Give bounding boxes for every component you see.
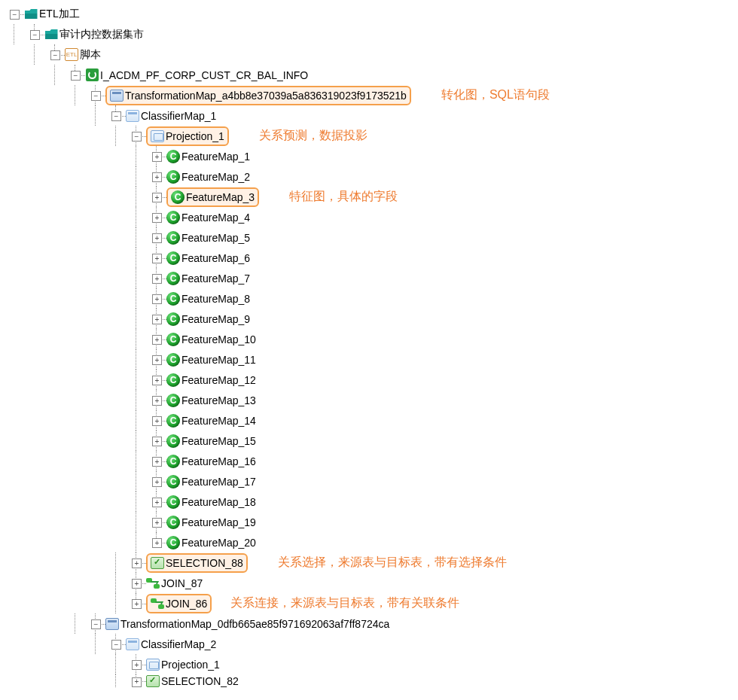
expand-toggle[interactable]: +: [152, 274, 162, 284]
collapse-toggle[interactable]: −: [132, 132, 142, 142]
feature-c-icon: C: [166, 394, 180, 407]
tree-node-root[interactable]: − ETL加工: [4, 4, 738, 24]
annotation: 转化图，SQL语句段: [441, 87, 550, 103]
node-label: FeatureMap_4: [181, 212, 250, 224]
map-icon: [110, 89, 124, 102]
tree-node-feature[interactable]: +CFeatureMap_1: [4, 146, 738, 166]
feature-c-icon: C: [166, 536, 180, 549]
map-icon: [126, 109, 139, 123]
collapse-toggle[interactable]: −: [111, 640, 121, 650]
tree-node-selection88[interactable]: + SELECTION_88 关系选择，来源表与目标表，带有选择条件: [4, 552, 738, 573]
tree-node-tmap1[interactable]: − TransformationMap_a4bb8e37039a5a836319…: [4, 85, 738, 105]
expand-toggle[interactable]: +: [152, 315, 162, 324]
expand-toggle[interactable]: +: [132, 599, 142, 609]
expand-toggle[interactable]: +: [152, 193, 162, 202]
feature-c-icon: C: [171, 190, 184, 204]
folder-icon: [44, 28, 58, 41]
tree-node-feature[interactable]: +CFeatureMap_3特征图，具体的字段: [4, 187, 738, 207]
tree-node-tmap2[interactable]: − TransformationMap_0dfb665ae85f97169206…: [4, 613, 738, 634]
node-label: 审计内控数据集市: [59, 28, 144, 41]
tree-node-feature[interactable]: +CFeatureMap_15: [4, 431, 738, 451]
tree-node-feature[interactable]: +CFeatureMap_12: [4, 370, 738, 390]
tree-node-feature[interactable]: +CFeatureMap_4: [4, 207, 738, 227]
feature-c-icon: C: [166, 211, 180, 224]
expand-toggle[interactable]: +: [152, 355, 162, 365]
tree-node-classifier1[interactable]: − ClassifierMap_1: [4, 105, 738, 126]
tree-node-feature[interactable]: +CFeatureMap_20: [4, 532, 738, 552]
feature-c-icon: C: [166, 414, 180, 428]
annotation: 关系选择，来源表与目标表，带有选择条件: [278, 555, 507, 571]
feature-c-icon: C: [166, 353, 180, 367]
tree-node-feature[interactable]: +CFeatureMap_9: [4, 309, 738, 329]
expand-toggle[interactable]: +: [152, 294, 162, 304]
node-label: FeatureMap_5: [181, 232, 250, 244]
tree-node-feature[interactable]: +CFeatureMap_10: [4, 329, 738, 349]
tree-node-sub1[interactable]: − 审计内控数据集市: [4, 24, 738, 44]
feature-c-icon: C: [166, 455, 180, 468]
tree-node-join87[interactable]: + JOIN_87: [4, 573, 738, 593]
expand-toggle[interactable]: +: [152, 518, 162, 528]
highlight-box: JOIN_86: [146, 594, 212, 613]
tree-node-feature[interactable]: +CFeatureMap_18: [4, 492, 738, 512]
collapse-toggle[interactable]: −: [91, 91, 101, 101]
tree-node-feature[interactable]: +CFeatureMap_5: [4, 227, 738, 248]
tree-node-projection2[interactable]: + Projection_1: [4, 654, 738, 674]
tree-node-feature[interactable]: +CFeatureMap_8: [4, 288, 738, 309]
tree-node-feature[interactable]: +CFeatureMap_17: [4, 471, 738, 492]
expand-toggle[interactable]: +: [132, 558, 142, 568]
node-label: Projection_1: [161, 659, 220, 671]
collapse-toggle[interactable]: −: [10, 10, 20, 20]
expand-toggle[interactable]: +: [152, 498, 162, 507]
tree-node-feature[interactable]: +CFeatureMap_2: [4, 166, 738, 187]
expand-toggle[interactable]: +: [152, 376, 162, 385]
node-label: FeatureMap_2: [181, 171, 250, 183]
feature-c-icon: C: [166, 272, 180, 285]
tree-node-feature[interactable]: +CFeatureMap_6: [4, 248, 738, 268]
expand-toggle[interactable]: +: [152, 335, 162, 345]
tree-node-feature[interactable]: +CFeatureMap_11: [4, 349, 738, 370]
expand-toggle[interactable]: +: [152, 254, 162, 263]
node-label: FeatureMap_7: [181, 272, 250, 285]
highlight-box: TransformationMap_a4bb8e37039a5a83631902…: [105, 86, 411, 105]
expand-toggle[interactable]: +: [152, 152, 162, 162]
tree-node-scripts[interactable]: − ETL 脚本: [4, 44, 738, 65]
feature-c-icon: C: [166, 150, 180, 163]
feature-c-icon: C: [166, 495, 180, 509]
tree-node-feature[interactable]: +CFeatureMap_14: [4, 410, 738, 431]
collapse-toggle[interactable]: −: [50, 50, 60, 60]
expand-toggle[interactable]: +: [132, 579, 142, 589]
tree-node-join86[interactable]: + JOIN_86 关系连接，来源表与目标表，带有关联条件: [4, 593, 738, 613]
tree-node-selection82[interactable]: + SELECTION_82: [4, 674, 738, 688]
expand-toggle[interactable]: +: [152, 396, 162, 406]
collapse-toggle[interactable]: −: [71, 71, 81, 81]
node-label: FeatureMap_14: [181, 415, 256, 427]
feature-c-icon: C: [166, 231, 180, 245]
projection-icon: [146, 658, 160, 671]
expand-toggle[interactable]: +: [152, 416, 162, 426]
tree-node-projection1[interactable]: − Projection_1 关系预测，数据投影: [4, 126, 738, 146]
expand-toggle[interactable]: +: [132, 677, 142, 687]
tree-node-feature[interactable]: +CFeatureMap_16: [4, 451, 738, 471]
feature-c-icon: C: [166, 292, 180, 306]
expand-toggle[interactable]: +: [132, 660, 142, 670]
expand-toggle[interactable]: +: [152, 457, 162, 467]
selection-icon: [151, 556, 164, 570]
tree-node-feature[interactable]: +CFeatureMap_7: [4, 268, 738, 288]
expand-toggle[interactable]: +: [152, 538, 162, 548]
expand-toggle[interactable]: +: [152, 437, 162, 446]
tree-node-feature[interactable]: +CFeatureMap_13: [4, 390, 738, 410]
expand-toggle[interactable]: +: [152, 233, 162, 243]
projection-icon: [151, 129, 164, 143]
expand-toggle[interactable]: +: [152, 477, 162, 487]
tree-node-classifier2[interactable]: − ClassifierMap_2: [4, 634, 738, 654]
collapse-toggle[interactable]: −: [111, 111, 121, 121]
node-label: TransformationMap_0dfb665ae85f971692063a…: [120, 618, 389, 630]
collapse-toggle[interactable]: −: [30, 30, 40, 40]
expand-toggle[interactable]: +: [152, 172, 162, 182]
etl-icon: ETL: [65, 48, 78, 62]
node-label: FeatureMap_8: [181, 293, 250, 305]
tree-node-job[interactable]: − I_ACDM_PF_CORP_CUST_CR_BAL_INFO: [4, 65, 738, 85]
tree-node-feature[interactable]: +CFeatureMap_19: [4, 512, 738, 532]
collapse-toggle[interactable]: −: [91, 619, 101, 629]
expand-toggle[interactable]: +: [152, 213, 162, 223]
